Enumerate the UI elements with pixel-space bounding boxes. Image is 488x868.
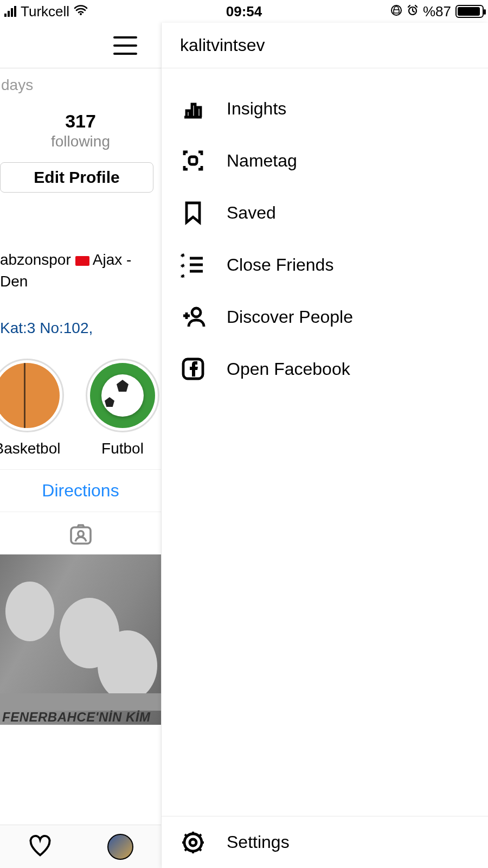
highlight-label: Basketbol: [0, 440, 64, 457]
bio-left: abzonspor: [0, 251, 71, 268]
profile-header: [0, 23, 161, 68]
svg-point-6: [192, 308, 201, 317]
svg-point-9: [190, 839, 196, 846]
rotation-lock-icon: [390, 3, 402, 20]
discover-people-icon: [180, 304, 206, 330]
bio-text: abzonspor Ajax - Den: [0, 200, 161, 292]
drawer-menu: Insights Nametag Saved: [162, 68, 488, 395]
svg-point-4: [78, 531, 83, 537]
clock: 09:54: [226, 3, 262, 20]
bottom-nav: [0, 825, 161, 868]
promotion-row: days: [0, 68, 161, 102]
menu-settings[interactable]: Settings: [162, 816, 488, 868]
flag-tr-icon: [75, 256, 89, 266]
soccer-icon: [90, 363, 155, 428]
carrier-label: Turkcell: [21, 3, 69, 20]
saved-icon: [180, 200, 206, 226]
close-friends-icon: [180, 252, 206, 278]
status-right: %87: [390, 3, 488, 20]
signal-icon: [4, 6, 16, 17]
directions-row[interactable]: Directions: [0, 469, 161, 512]
edit-profile-button[interactable]: Edit Profile: [0, 162, 153, 193]
svg-rect-3: [71, 527, 91, 544]
alarm-icon: [407, 3, 419, 20]
directions-link[interactable]: Directions: [42, 481, 119, 500]
tagged-icon: [68, 521, 94, 547]
profile-tab-avatar[interactable]: [107, 834, 133, 860]
settings-icon: [180, 829, 206, 856]
svg-point-0: [80, 13, 82, 15]
menu-nametag[interactable]: Nametag: [162, 135, 488, 187]
highlight-futbol[interactable]: Futbol: [86, 359, 159, 457]
activity-icon[interactable]: [28, 833, 53, 860]
menu-label: Open Facebook: [227, 359, 350, 379]
menu-label: Discover People: [227, 307, 353, 327]
battery-percent: %87: [423, 3, 451, 20]
wifi-icon: [74, 4, 88, 19]
menu-saved[interactable]: Saved: [162, 187, 488, 239]
post-banner: [0, 693, 162, 711]
address-link[interactable]: Kat:3 No:102,: [0, 292, 161, 337]
story-highlights: Basketbol Futbol: [0, 337, 161, 457]
status-left: Turkcell: [0, 3, 88, 20]
basketball-icon: [0, 363, 60, 428]
drawer-username: kalitvintsev: [162, 23, 488, 68]
days-fragment: days: [1, 76, 33, 94]
profile-pane: days 317 following Edit Profile abzonspo…: [0, 23, 162, 868]
insights-icon: [180, 95, 206, 122]
tagged-tab[interactable]: [0, 512, 161, 554]
menu-close-friends[interactable]: Close Friends: [162, 239, 488, 291]
menu-insights[interactable]: Insights: [162, 82, 488, 135]
highlight-label: Futbol: [86, 440, 159, 457]
following-label: following: [0, 133, 161, 150]
highlight-basketbol[interactable]: Basketbol: [0, 359, 64, 457]
post-headline: FENERBAHCE'NİN KİM: [2, 710, 150, 725]
menu-label: Nametag: [227, 151, 297, 171]
panes: days 317 following Edit Profile abzonspo…: [0, 23, 488, 868]
following-count: 317: [0, 111, 161, 132]
menu-label: Saved: [227, 203, 276, 223]
nametag-icon: [180, 148, 206, 174]
status-bar: Turkcell 09:54 %87: [0, 0, 488, 23]
menu-icon[interactable]: [113, 36, 137, 55]
battery-icon: [455, 5, 484, 18]
menu-label: Close Friends: [227, 255, 333, 275]
following-stat[interactable]: 317 following: [0, 102, 161, 150]
settings-label: Settings: [227, 832, 290, 852]
menu-discover-people[interactable]: Discover People: [162, 291, 488, 343]
side-drawer: kalitvintsev Insights Nametag: [162, 23, 488, 868]
menu-open-facebook[interactable]: Open Facebook: [162, 343, 488, 395]
menu-label: Insights: [227, 99, 286, 119]
svg-rect-5: [189, 157, 197, 164]
screen: Turkcell 09:54 %87 days: [0, 0, 488, 868]
post-thumbnail[interactable]: FENERBAHCE'NİN KİM: [0, 554, 162, 725]
facebook-icon: [180, 356, 206, 382]
